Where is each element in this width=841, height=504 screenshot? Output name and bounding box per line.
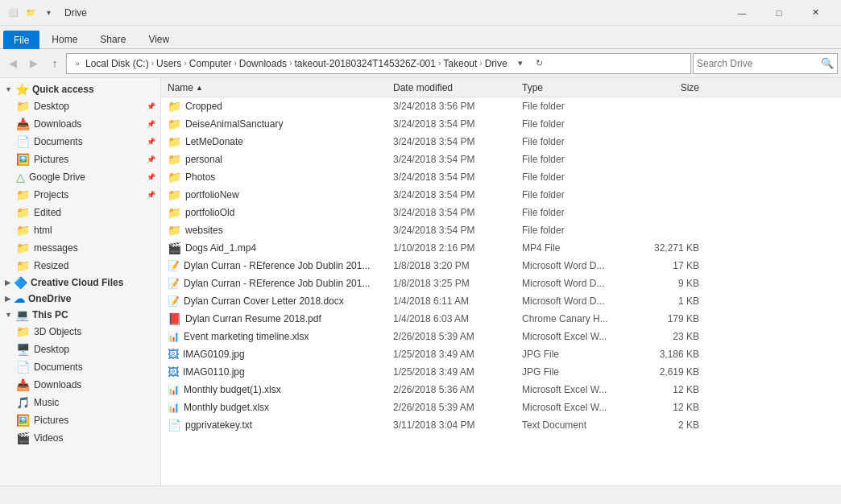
sidebar-item-downloads2[interactable]: 📥 Downloads	[0, 376, 160, 394]
table-row[interactable]: 📁 Cropped 3/24/2018 3:56 PM File folder	[161, 97, 841, 115]
sidebar-item-google-drive-label: Google Drive	[29, 171, 85, 183]
tab-view[interactable]: View	[138, 30, 180, 48]
sidebar-item-edited[interactable]: 📁 Edited	[0, 204, 160, 221]
address-refresh-button[interactable]: ↻	[531, 53, 549, 74]
table-row[interactable]: 📊 Monthly budget(1).xlsx 2/26/2018 5:36 …	[161, 381, 841, 399]
sidebar-item-desktop2[interactable]: 🖥️ Desktop	[0, 341, 160, 358]
sidebar-item-downloads2-label: Downloads	[34, 379, 81, 390]
col-header-date[interactable]: Date modified	[393, 82, 522, 93]
sidebar-item-pictures[interactable]: 🖼️ Pictures 📌	[0, 151, 160, 168]
table-row[interactable]: 📁 portfolioNew 3/24/2018 3:54 PM File fo…	[161, 186, 841, 204]
sidebar-item-videos[interactable]: 🎬 Videos	[0, 429, 160, 447]
search-box[interactable]: 🔍	[693, 53, 838, 74]
table-row[interactable]: 📝 Dylan Curran - REference Job Dublin 20…	[161, 257, 841, 275]
back-button[interactable]: ◀	[3, 54, 23, 73]
address-bar[interactable]: » Local Disk (C:) › Users › Computer › D…	[66, 53, 691, 74]
file-type-icon: 📁	[168, 224, 181, 237]
table-row[interactable]: 📁 Photos 3/24/2018 3:54 PM File folder	[161, 168, 841, 186]
address-downloads[interactable]: Downloads	[239, 58, 287, 69]
table-row[interactable]: 📊 Monthly budget.xlsx 2/26/2018 5:39 AM …	[161, 399, 841, 416]
file-list-header: Name ▲ Date modified Type Size	[161, 78, 841, 97]
expand-onedrive-icon: ▶	[5, 295, 10, 303]
search-input[interactable]	[697, 58, 821, 69]
sidebar-item-messages[interactable]: 📁 messages	[0, 239, 160, 257]
table-row[interactable]: 📝 Dylan Curran - REference Job Dublin 20…	[161, 275, 841, 292]
address-chevron[interactable]: »	[72, 55, 83, 72]
sidebar-item-pictures2[interactable]: 🖼️ Pictures	[0, 411, 160, 429]
file-size: 3,186 KB	[635, 349, 699, 360]
table-row[interactable]: 📁 personal 3/24/2018 3:54 PM File folder	[161, 151, 841, 168]
sidebar-item-html-label: html	[34, 225, 52, 236]
address-sep-2: ›	[184, 59, 186, 68]
file-type-icon: 📕	[168, 312, 181, 325]
table-row[interactable]: 📝 Dylan Curran Cover Letter 2018.docx 1/…	[161, 292, 841, 310]
col-header-size[interactable]: Size	[635, 82, 699, 93]
address-computer[interactable]: Computer	[189, 58, 232, 69]
sidebar-creative-cloud[interactable]: ▶ 🔷 Creative Cloud Files	[0, 275, 160, 291]
sidebar-item-messages-label: messages	[34, 242, 78, 254]
sidebar-item-projects[interactable]: 📁 Projects 📌	[0, 186, 160, 204]
forward-button[interactable]: ▶	[24, 54, 44, 73]
file-date: 3/24/2018 3:54 PM	[393, 136, 522, 147]
sidebar-item-desktop[interactable]: 📁 Desktop 📌	[0, 97, 160, 115]
table-row[interactable]: 📁 portfolioOld 3/24/2018 3:54 PM File fo…	[161, 204, 841, 221]
3dobjects-icon: 📁	[16, 325, 30, 338]
col-header-name[interactable]: Name ▲	[168, 82, 393, 93]
table-row[interactable]: 📄 pgprivatekey.txt 3/11/2018 3:04 PM Tex…	[161, 416, 841, 434]
file-type-icon: 📊	[168, 331, 180, 342]
address-sep-5: ›	[438, 59, 441, 68]
tab-file[interactable]: File	[3, 31, 39, 49]
address-takeout2[interactable]: Takeout	[443, 58, 477, 69]
documents-folder-icon: 📄	[16, 135, 30, 148]
window-controls: — □ ✕	[723, 0, 835, 26]
file-date: 3/24/2018 3:54 PM	[393, 207, 522, 218]
tab-share[interactable]: Share	[89, 30, 136, 48]
sidebar-item-pictures2-label: Pictures	[34, 415, 68, 426]
file-name-text: personal	[185, 154, 222, 165]
sidebar-item-music[interactable]: 🎵 Music	[0, 394, 160, 411]
table-row[interactable]: 🖼 IMAG0110.jpg 1/25/2018 3:49 AM JPG Fil…	[161, 363, 841, 381]
file-date: 1/25/2018 3:49 AM	[393, 366, 522, 378]
app-icon-back: ⬜	[6, 6, 19, 19]
maximize-button[interactable]: □	[760, 0, 798, 26]
table-row[interactable]: 📁 LetMeDonate 3/24/2018 3:54 PM File fol…	[161, 133, 841, 151]
col-header-type[interactable]: Type	[522, 82, 635, 93]
sidebar-item-resized-label: Resized	[34, 260, 68, 271]
file-name-text: DeiseAnimalSanctuary	[185, 118, 283, 130]
address-drive[interactable]: Drive	[485, 58, 508, 69]
sidebar-item-html[interactable]: 📁 html	[0, 221, 160, 239]
status-bar	[0, 485, 841, 504]
file-name-text: IMAG0110.jpg	[183, 366, 245, 378]
sidebar-item-downloads[interactable]: 📥 Downloads 📌	[0, 115, 160, 133]
minimize-button[interactable]: —	[723, 0, 760, 26]
sidebar-item-resized[interactable]: 📁 Resized	[0, 257, 160, 275]
sidebar-this-pc[interactable]: ▼ 💻 This PC	[0, 307, 160, 323]
table-row[interactable]: 🎬 Dogs Aid_1.mp4 1/10/2018 2:16 PM MP4 F…	[161, 239, 841, 257]
table-row[interactable]: 🖼 IMAG0109.jpg 1/25/2018 3:49 AM JPG Fil…	[161, 345, 841, 363]
file-type-text: Microsoft Excel W...	[522, 402, 635, 413]
sidebar-quick-access[interactable]: ▼ ⭐ Quick access	[0, 81, 160, 97]
sidebar-onedrive[interactable]: ▶ ☁ OneDrive	[0, 291, 160, 307]
app-icon-dropdown: ▾	[42, 6, 55, 19]
address-dropdown-button[interactable]: ▾	[512, 53, 529, 74]
table-row[interactable]: 📊 Event marketing timeline.xlsx 2/26/201…	[161, 328, 841, 345]
address-users[interactable]: Users	[156, 58, 181, 69]
file-date: 3/24/2018 3:54 PM	[393, 118, 522, 130]
sidebar-item-documents2[interactable]: 📄 Documents	[0, 358, 160, 376]
table-row[interactable]: 📁 DeiseAnimalSanctuary 3/24/2018 3:54 PM…	[161, 115, 841, 133]
sidebar-item-3dobjects[interactable]: 📁 3D Objects	[0, 323, 160, 341]
file-type-icon: 📊	[168, 384, 180, 395]
sidebar-item-documents[interactable]: 📄 Documents 📌	[0, 133, 160, 151]
ribbon: File Home Share View	[0, 26, 841, 49]
address-local-disk[interactable]: Local Disk (C:)	[85, 58, 149, 69]
sidebar-thispc-label: This PC	[32, 309, 68, 320]
up-button[interactable]: ↑	[45, 54, 64, 73]
file-type-icon: 📝	[168, 260, 180, 271]
table-row[interactable]: 📕 Dylan Curran Resume 2018.pdf 1/4/2018 …	[161, 310, 841, 328]
sidebar-item-google-drive[interactable]: △ Google Drive 📌	[0, 168, 160, 186]
table-row[interactable]: 📁 websites 3/24/2018 3:54 PM File folder	[161, 221, 841, 239]
address-takeout[interactable]: takeout-20180324T145326Z-001	[294, 58, 435, 69]
close-button[interactable]: ✕	[798, 0, 835, 26]
sidebar-cc-label: Creative Cloud Files	[31, 277, 123, 288]
tab-home[interactable]: Home	[41, 30, 88, 48]
